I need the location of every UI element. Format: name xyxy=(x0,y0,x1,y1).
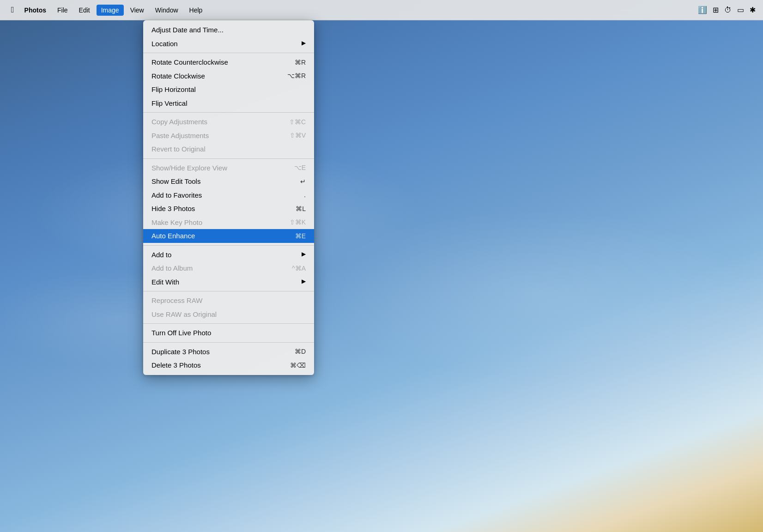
menu-item-reprocess-raw: Reprocess RAW xyxy=(143,294,314,308)
apple-menu[interactable]:  xyxy=(7,3,18,17)
menu-item-add-to-favorites[interactable]: Add to Favorites . xyxy=(143,188,314,202)
separator-6 xyxy=(143,323,314,324)
menubar-edit[interactable]: Edit xyxy=(74,5,95,16)
menu-item-add-to-album: Add to Album ^⌘A xyxy=(143,261,314,275)
desktop-background xyxy=(0,0,763,532)
menu-item-delete-3-photos[interactable]: Delete 3 Photos ⌘⌫ xyxy=(143,358,314,372)
separator-2 xyxy=(143,112,314,113)
menu-item-copy-adjustments: Copy Adjustments ⇧⌘C xyxy=(143,115,314,129)
menubar-window[interactable]: Window xyxy=(151,5,183,16)
menu-item-turn-off-live-photo[interactable]: Turn Off Live Photo xyxy=(143,326,314,340)
menu-item-rotate-cw[interactable]: Rotate Clockwise ⌥⌘R xyxy=(143,69,314,83)
menubar-image[interactable]: Image xyxy=(97,5,124,16)
menu-item-adjust-date-time[interactable]: Adjust Date and Time... xyxy=(143,23,314,37)
menu-item-revert-to-original: Revert to Original xyxy=(143,142,314,156)
menu-item-paste-adjustments: Paste Adjustments ⇧⌘V xyxy=(143,129,314,143)
separator-3 xyxy=(143,158,314,159)
grid-icon[interactable]: ⊞ xyxy=(713,6,719,14)
menu-item-use-raw-as-original: Use RAW as Original xyxy=(143,308,314,321)
menubar-help[interactable]: Help xyxy=(185,5,207,16)
menu-item-edit-with[interactable]: Edit With ▶ xyxy=(143,275,314,289)
separator-4 xyxy=(143,245,314,246)
submenu-arrow-location: ▶ xyxy=(302,40,306,47)
menu-item-location[interactable]: Location ▶ xyxy=(143,37,314,51)
menubar-photos[interactable]: Photos xyxy=(20,5,51,16)
submenu-arrow-add-to: ▶ xyxy=(302,251,306,258)
menu-item-rotate-ccw[interactable]: Rotate Counterclockwise ⌘R xyxy=(143,55,314,69)
submenu-arrow-edit-with: ▶ xyxy=(302,278,306,285)
menu-item-make-key-photo: Make Key Photo ⇧⌘K xyxy=(143,216,314,230)
menubar-view[interactable]: View xyxy=(126,5,149,16)
menu-item-flip-horizontal[interactable]: Flip Horizontal xyxy=(143,83,314,97)
menubar-right: ℹ️ ⊞ ⏱ ▭ ✱ xyxy=(698,6,756,14)
menu-item-flip-vertical[interactable]: Flip Vertical xyxy=(143,97,314,110)
menubar:  Photos File Edit Image View Window Hel… xyxy=(0,0,763,20)
menu-item-duplicate-3-photos[interactable]: Duplicate 3 Photos ⌘D xyxy=(143,345,314,359)
menu-item-auto-enhance[interactable]: Auto Enhance ⌘E xyxy=(143,229,314,243)
airplay-icon[interactable]: ▭ xyxy=(737,6,744,14)
bluetooth-icon[interactable]: ✱ xyxy=(750,6,756,14)
separator-1 xyxy=(143,53,314,53)
menu-item-show-hide-explore: Show/Hide Explore View ⌥E xyxy=(143,161,314,175)
separator-5 xyxy=(143,291,314,291)
timemachine-icon[interactable]: ⏱ xyxy=(724,6,732,14)
image-menu: Adjust Date and Time... Location ▶ Rotat… xyxy=(143,20,314,375)
menubar-file[interactable]: File xyxy=(53,5,73,16)
menu-item-add-to[interactable]: Add to ▶ xyxy=(143,248,314,262)
info-icon[interactable]: ℹ️ xyxy=(698,6,707,14)
menu-item-hide-3-photos[interactable]: Hide 3 Photos ⌘L xyxy=(143,202,314,216)
menu-item-show-edit-tools[interactable]: Show Edit Tools ↵ xyxy=(143,175,314,188)
separator-7 xyxy=(143,342,314,343)
menubar-left:  Photos File Edit Image View Window Hel… xyxy=(7,3,207,17)
